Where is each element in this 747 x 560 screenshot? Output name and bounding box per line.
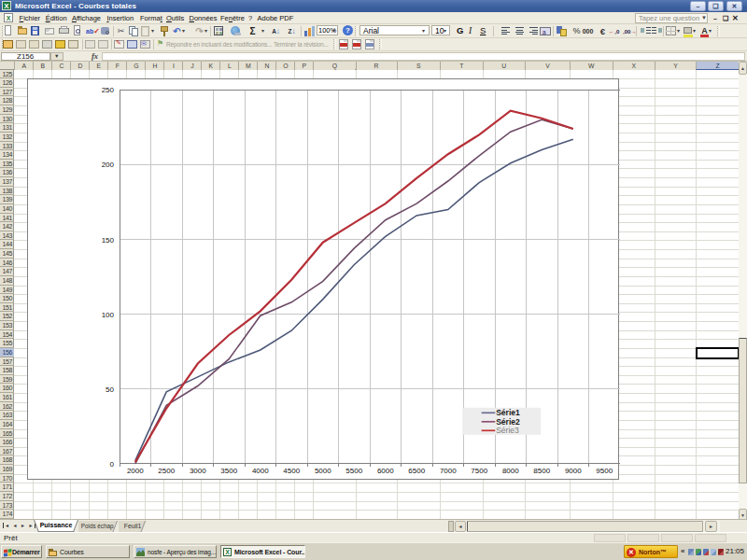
svg-text:5500: 5500 [345,467,362,475]
svg-text:8500: 8500 [533,467,550,475]
svg-text:9000: 9000 [565,467,582,475]
svg-text:4000: 4000 [252,467,269,475]
svg-text:6500: 6500 [408,467,425,475]
svg-text:2000: 2000 [127,467,144,475]
svg-text:Série1: Série1 [496,408,520,417]
svg-text:3500: 3500 [220,467,237,475]
svg-text:150: 150 [101,236,114,245]
svg-text:Série2: Série2 [496,417,520,427]
svg-text:250: 250 [101,86,114,94]
svg-text:7500: 7500 [471,467,487,475]
svg-text:6000: 6000 [377,467,394,475]
svg-text:8000: 8000 [502,467,519,475]
svg-text:50: 50 [106,385,114,394]
svg-text:5000: 5000 [315,467,331,475]
svg-text:2500: 2500 [158,467,175,475]
svg-text:Série3: Série3 [496,426,519,435]
svg-text:200: 200 [101,161,114,170]
svg-text:3000: 3000 [190,467,206,475]
svg-text:100: 100 [101,311,114,319]
svg-text:9500: 9500 [596,467,613,475]
svg-text:0: 0 [109,460,114,469]
svg-text:7000: 7000 [440,467,457,475]
svg-text:4500: 4500 [283,467,300,475]
